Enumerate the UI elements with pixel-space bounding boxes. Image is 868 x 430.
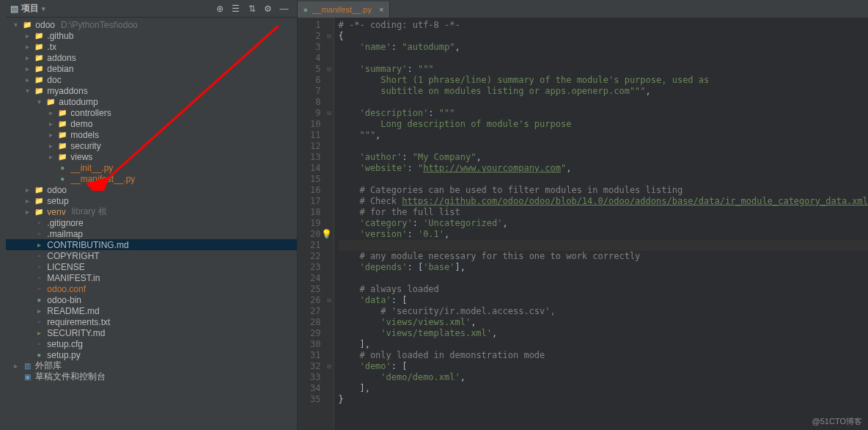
tree-item[interactable]: ▸📁debian bbox=[6, 63, 296, 74]
dropdown-icon: ▾ bbox=[42, 5, 45, 12]
gear-icon[interactable]: ⚙ bbox=[260, 1, 276, 17]
tree-item[interactable]: ▫setup.cfg bbox=[6, 338, 296, 349]
tree-item[interactable]: ●setup.py bbox=[6, 349, 296, 360]
line-number-gutter: 1234567891011121314151617181920212223242… bbox=[298, 18, 326, 430]
project-icon: ▤ bbox=[10, 4, 18, 14]
watermark: @51CTO博客 bbox=[812, 416, 862, 427]
tree-item[interactable]: ▸▥外部库 bbox=[6, 360, 296, 371]
tree-item[interactable]: ▸📁views bbox=[6, 151, 296, 162]
minimize-icon[interactable]: — bbox=[276, 1, 293, 17]
tree-item[interactable]: ▸📁.github bbox=[6, 30, 296, 41]
code-area[interactable]: # -*- coding: utf-8 -*-{ 'name': "autodu… bbox=[334, 18, 868, 430]
panel-title-text: 项目 bbox=[21, 2, 39, 15]
tree-item[interactable]: ▫.gitignore bbox=[6, 217, 296, 228]
tree-item[interactable]: ▾📁odooD:\PythonTest\odoo bbox=[6, 19, 296, 30]
tree-item[interactable]: ●__manifest__.py bbox=[6, 173, 296, 184]
tree-item[interactable]: ▸📁controllers bbox=[6, 107, 296, 118]
panel-header: ▤ 项目 ▾ ⊕ ☰ ⇅ ⚙ — bbox=[6, 0, 296, 18]
left-gutter bbox=[0, 0, 6, 430]
focus-icon[interactable]: ☰ bbox=[228, 1, 244, 17]
tree-item[interactable]: ●__init__.py bbox=[6, 162, 296, 173]
tree-item[interactable]: ▸📁venvlibrary 根 bbox=[6, 206, 296, 217]
editor: ● __manifest__.py × 12345678910111213141… bbox=[298, 0, 868, 430]
tree-item[interactable]: ▫odoo.conf bbox=[6, 283, 296, 294]
tree-item[interactable]: ▸📁models bbox=[6, 129, 296, 140]
tab-bar[interactable]: ● __manifest__.py × bbox=[298, 0, 868, 18]
tree-item[interactable]: ▫.mailmap bbox=[6, 228, 296, 239]
tree-item[interactable]: ▸CONTRIBUTING.md bbox=[6, 239, 296, 250]
panel-title[interactable]: ▤ 项目 ▾ bbox=[10, 2, 45, 15]
tree-item[interactable]: ●odoo-bin bbox=[6, 294, 296, 305]
tree-item[interactable]: ▸SECURITY.md bbox=[6, 327, 296, 338]
fold-gutter[interactable]: ⊟ ⊟ ⊟ ⊟ ⊟ bbox=[326, 18, 334, 430]
tree-item[interactable]: ▫MANIFEST.in bbox=[6, 272, 296, 283]
editor-body[interactable]: 1234567891011121314151617181920212223242… bbox=[298, 18, 868, 430]
tree-item[interactable]: ▾📁myaddons bbox=[6, 85, 296, 96]
tree-item[interactable]: ▫requirements.txt bbox=[6, 316, 296, 327]
project-panel: ▤ 项目 ▾ ⊕ ☰ ⇅ ⚙ — ▾📁odooD:\PythonTest\odo… bbox=[6, 0, 297, 430]
tree-item[interactable]: ▣草稿文件和控制台 bbox=[6, 371, 296, 382]
tree-item[interactable]: ▸README.md bbox=[6, 305, 296, 316]
tree-item[interactable]: ▸📁setup bbox=[6, 195, 296, 206]
tree-item[interactable]: ▸📁odoo bbox=[6, 184, 296, 195]
tree-item[interactable]: ▫COPYRIGHT bbox=[6, 250, 296, 261]
tree-item[interactable]: ▸📁.tx bbox=[6, 41, 296, 52]
tab-label: __manifest__.py bbox=[312, 5, 372, 14]
tree-item[interactable]: ▸📁doc bbox=[6, 74, 296, 85]
tree-item[interactable]: ▸📁addons bbox=[6, 52, 296, 63]
python-file-icon: ● bbox=[304, 5, 309, 14]
tree-item[interactable]: ▫LICENSE bbox=[6, 261, 296, 272]
tree-item[interactable]: ▾📁autodump bbox=[6, 96, 296, 107]
project-tree[interactable]: ▾📁odooD:\PythonTest\odoo▸📁.github▸📁.tx▸📁… bbox=[6, 18, 296, 430]
tree-item[interactable]: ▸📁security bbox=[6, 140, 296, 151]
tree-item[interactable]: ▸📁demo bbox=[6, 118, 296, 129]
close-icon[interactable]: × bbox=[379, 5, 383, 14]
target-icon[interactable]: ⊕ bbox=[212, 1, 228, 17]
tab-manifest[interactable]: ● __manifest__.py × bbox=[298, 1, 391, 18]
collapse-icon[interactable]: ⇅ bbox=[244, 1, 260, 17]
